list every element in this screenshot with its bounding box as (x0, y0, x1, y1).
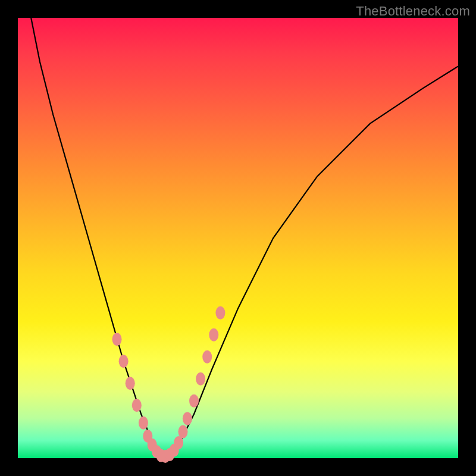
marker-dot (183, 412, 192, 425)
marker-dot (215, 306, 225, 320)
marker-dot (126, 377, 135, 390)
marker-dot (119, 355, 129, 368)
watermark-text: TheBottleneck.com (356, 4, 470, 19)
chart-frame: TheBottleneck.com (0, 0, 476, 476)
marker-dot (112, 333, 122, 346)
marker-dot (209, 328, 218, 342)
marker-dot (189, 394, 199, 408)
marker-dot (139, 416, 148, 430)
marker-dot (132, 399, 142, 412)
marker-dot (178, 425, 188, 439)
marker-dot (196, 372, 205, 386)
marker-dot (174, 436, 183, 449)
chart-svg (18, 18, 458, 458)
highlight-dots (112, 306, 226, 463)
plot-area (18, 18, 458, 458)
bottleneck-curve (31, 18, 458, 457)
marker-dot (202, 350, 212, 364)
